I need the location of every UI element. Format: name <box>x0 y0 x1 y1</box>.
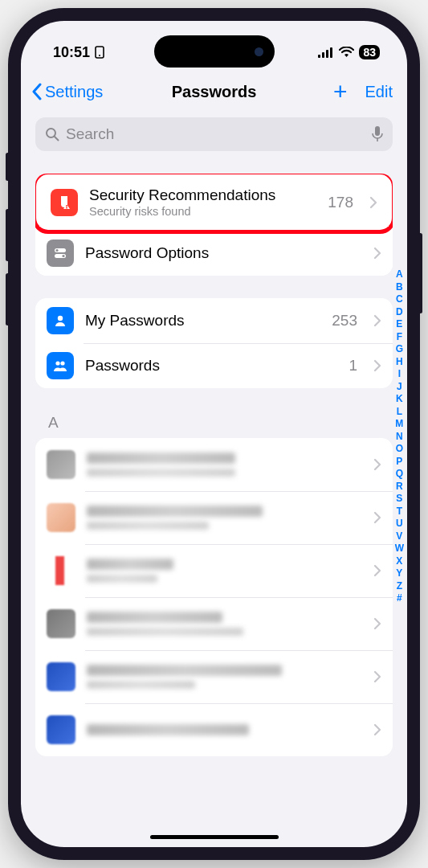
people-icon <box>47 352 74 379</box>
security-recommendations-row[interactable]: Security Recommendations Security risks … <box>39 178 389 227</box>
index-letter[interactable]: B <box>396 281 403 293</box>
shield-alert-icon <box>51 189 78 216</box>
dynamic-island <box>154 35 275 68</box>
index-letter[interactable]: G <box>396 343 403 354</box>
row-count: 178 <box>328 194 353 211</box>
password-entry[interactable] <box>35 544 393 597</box>
site-favicon <box>47 450 75 479</box>
add-button[interactable]: + <box>333 80 348 104</box>
chevron-right-icon <box>373 617 381 630</box>
wifi-icon <box>339 47 354 58</box>
toggles-icon <box>47 240 74 267</box>
index-letter[interactable]: R <box>396 481 403 492</box>
site-favicon <box>47 503 75 532</box>
row-title: Security Recommendations <box>89 186 316 204</box>
chevron-right-icon <box>373 511 381 524</box>
index-letter[interactable]: # <box>397 592 402 604</box>
index-letter[interactable]: I <box>398 368 401 379</box>
index-letter[interactable]: S <box>396 493 402 504</box>
status-time: 10:51 <box>53 44 90 61</box>
edit-button[interactable]: Edit <box>365 83 393 101</box>
index-letter[interactable]: K <box>396 393 403 404</box>
password-entry[interactable] <box>35 438 393 491</box>
back-button[interactable]: Settings <box>31 83 103 101</box>
index-letter[interactable]: P <box>396 456 402 467</box>
home-indicator[interactable] <box>150 835 279 839</box>
svg-rect-10 <box>66 205 67 207</box>
svg-line-7 <box>55 137 59 141</box>
site-favicon <box>47 662 75 691</box>
index-letter[interactable]: N <box>396 431 403 442</box>
index-letter[interactable]: U <box>396 518 403 529</box>
chevron-right-icon <box>369 196 377 209</box>
chevron-right-icon <box>373 359 381 372</box>
index-letter[interactable]: Q <box>396 468 403 479</box>
index-letter[interactable]: M <box>395 418 403 429</box>
index-letter[interactable]: L <box>397 406 402 417</box>
index-letter[interactable]: A <box>396 268 403 280</box>
annotation-highlight: Security Recommendations Security risks … <box>35 174 393 234</box>
cellular-icon <box>318 47 334 58</box>
row-title: My Passwords <box>85 312 320 330</box>
svg-point-15 <box>62 255 64 257</box>
svg-point-13 <box>55 249 58 252</box>
chevron-right-icon <box>373 458 381 471</box>
password-options-row[interactable]: Password Options <box>35 231 393 276</box>
index-letter[interactable]: V <box>396 530 402 542</box>
svg-point-16 <box>58 316 63 321</box>
index-letter[interactable]: F <box>397 331 402 342</box>
alphabet-index[interactable]: ABCDEFGHIJKLMNOPQRSTUVWXYZ# <box>395 268 404 604</box>
site-favicon <box>47 609 75 638</box>
index-letter[interactable]: H <box>396 356 403 367</box>
section-header-a: A <box>35 414 393 438</box>
nav-bar: Settings Passwords + Edit <box>21 69 407 114</box>
row-count: 1 <box>349 357 357 375</box>
svg-point-11 <box>66 207 67 208</box>
index-letter[interactable]: J <box>397 381 402 392</box>
index-letter[interactable]: Z <box>397 580 402 592</box>
chevron-right-icon <box>373 247 381 260</box>
index-letter[interactable]: O <box>396 443 403 454</box>
password-list <box>35 438 393 756</box>
password-entry[interactable] <box>35 650 393 703</box>
content-area: Security Recommendations Security risks … <box>21 159 407 756</box>
svg-rect-8 <box>375 126 380 136</box>
orientation-lock-icon <box>94 46 105 59</box>
row-count: 253 <box>332 312 357 330</box>
search-placeholder: Search <box>66 125 114 143</box>
battery-badge: 83 <box>359 45 380 59</box>
svg-rect-3 <box>322 52 324 58</box>
person-icon <box>47 307 74 334</box>
shared-passwords-row[interactable]: Passwords 1 <box>35 343 393 388</box>
index-letter[interactable]: D <box>396 306 403 317</box>
index-letter[interactable]: C <box>396 293 403 305</box>
search-input[interactable]: Search <box>35 117 393 151</box>
password-entry[interactable] <box>35 491 393 544</box>
index-letter[interactable]: T <box>397 506 402 517</box>
svg-rect-5 <box>330 47 332 58</box>
svg-rect-2 <box>318 55 320 58</box>
svg-rect-4 <box>326 50 328 58</box>
my-passwords-row[interactable]: My Passwords 253 <box>35 298 393 343</box>
back-label: Settings <box>45 83 103 101</box>
chevron-left-icon <box>31 83 43 100</box>
chevron-right-icon <box>373 314 381 327</box>
search-icon <box>45 127 59 141</box>
site-favicon <box>47 556 75 585</box>
password-entry[interactable] <box>35 597 393 650</box>
chevron-right-icon <box>373 670 381 683</box>
index-letter[interactable]: E <box>396 318 402 330</box>
site-favicon <box>47 715 75 744</box>
index-letter[interactable]: Y <box>396 567 402 579</box>
mic-icon[interactable] <box>372 126 383 142</box>
password-entry[interactable] <box>35 703 393 756</box>
row-title: Password Options <box>85 244 357 262</box>
page-title: Passwords <box>172 83 257 101</box>
battery-percent: 83 <box>363 46 376 59</box>
chevron-right-icon <box>373 723 381 736</box>
svg-point-18 <box>60 361 64 365</box>
index-letter[interactable]: W <box>395 542 404 554</box>
index-letter[interactable]: X <box>396 555 402 567</box>
row-title: Passwords <box>85 357 337 375</box>
svg-point-1 <box>99 55 100 56</box>
